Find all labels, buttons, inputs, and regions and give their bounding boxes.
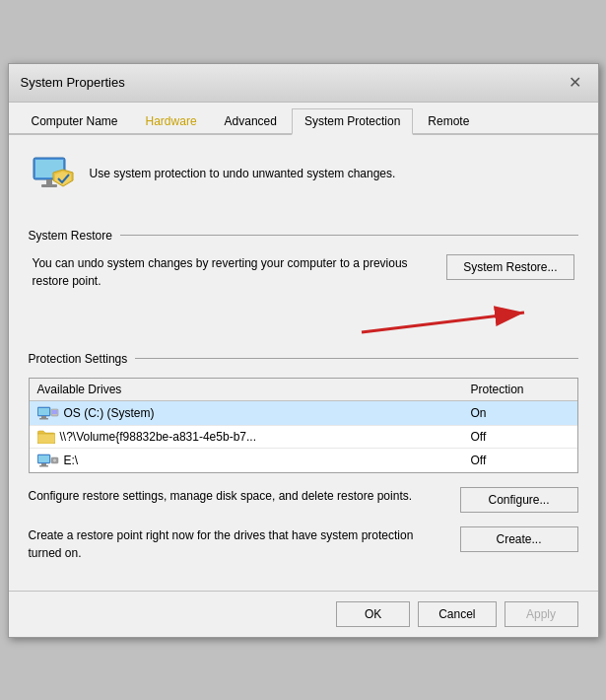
drive-volume-protection: Off — [471, 430, 570, 444]
info-banner: Use system protection to undo unwanted s… — [29, 150, 578, 211]
col-protection-header: Protection — [471, 383, 570, 396]
svg-rect-11 — [39, 418, 48, 420]
bottom-actions: Configure restore settings, manage disk … — [29, 487, 578, 562]
restore-area: You can undo system changes by reverting… — [29, 254, 578, 290]
svg-rect-3 — [41, 184, 57, 187]
system-properties-window: System Properties ✕ Computer Name Hardwa… — [8, 63, 599, 638]
protection-settings-label: Protection Settings — [29, 352, 128, 366]
drive-os-label: OS (C:) (System) — [64, 406, 155, 420]
apply-button[interactable]: Apply — [505, 601, 578, 627]
system-restore-button[interactable]: System Restore... — [446, 254, 573, 280]
arrow-area — [29, 298, 578, 342]
drives-table: Available Drives Protection OS (C:) (Sys… — [29, 378, 578, 473]
create-button[interactable]: Create... — [460, 526, 578, 552]
tab-advanced[interactable]: Advanced — [212, 108, 290, 133]
drive-volume-label: \\?\Volume{f98832be-a831-4e5b-b7... — [60, 430, 257, 444]
svg-rect-15 — [38, 455, 49, 462]
os-drive-icon — [37, 405, 59, 421]
configure-row: Configure restore settings, manage disk … — [29, 487, 578, 513]
system-restore-label: System Restore — [29, 229, 112, 243]
tab-system-protection[interactable]: System Protection — [292, 108, 413, 135]
folder-icon — [37, 430, 55, 444]
title-bar: System Properties ✕ — [9, 64, 598, 103]
create-description: Create a restore point right now for the… — [29, 526, 450, 562]
tab-remote[interactable]: Remote — [415, 108, 482, 133]
drive-name-os: OS (C:) (System) — [37, 405, 471, 421]
e-drive-icon — [37, 453, 59, 468]
info-description: Use system protection to undo unwanted s… — [90, 166, 396, 182]
cancel-button[interactable]: Cancel — [418, 601, 496, 627]
svg-rect-2 — [46, 179, 52, 184]
window-title: System Properties — [21, 75, 125, 90]
configure-description: Configure restore settings, manage disk … — [29, 487, 450, 505]
drive-e-protection: Off — [471, 454, 570, 467]
svg-line-7 — [362, 313, 524, 332]
table-row[interactable]: E:\ Off — [30, 449, 577, 472]
system-restore-header: System Restore — [29, 229, 578, 243]
table-row[interactable]: OS (C:) (System) On — [30, 401, 577, 426]
ok-button[interactable]: OK — [336, 601, 410, 627]
tab-computer-name[interactable]: Computer Name — [19, 108, 131, 133]
svg-rect-10 — [41, 416, 46, 418]
svg-rect-13 — [52, 410, 57, 414]
drive-name-e: E:\ — [37, 453, 471, 468]
section-divider-2 — [135, 358, 577, 359]
tab-content: Use system protection to undo unwanted s… — [9, 135, 598, 591]
create-row: Create a restore point right now for the… — [29, 526, 578, 562]
tabs-container: Computer Name Hardware Advanced System P… — [9, 103, 598, 135]
close-button[interactable]: ✕ — [565, 72, 586, 94]
svg-rect-16 — [41, 463, 46, 465]
svg-point-19 — [52, 458, 56, 462]
tab-hardware[interactable]: Hardware — [133, 108, 210, 133]
drives-table-header: Available Drives Protection — [30, 379, 577, 401]
drive-e-label: E:\ — [64, 454, 79, 467]
protection-settings-header: Protection Settings — [29, 352, 578, 366]
table-row[interactable]: \\?\Volume{f98832be-a831-4e5b-b7... Off — [30, 426, 577, 449]
svg-rect-17 — [39, 465, 48, 467]
section-divider — [120, 235, 578, 236]
footer: OK Cancel Apply — [9, 591, 598, 637]
col-drives-header: Available Drives — [37, 383, 471, 396]
restore-description: You can undo system changes by reverting… — [33, 254, 438, 290]
drive-name-volume: \\?\Volume{f98832be-a831-4e5b-b7... — [37, 430, 471, 444]
configure-button[interactable]: Configure... — [460, 487, 578, 513]
svg-rect-9 — [38, 408, 49, 415]
drive-os-protection: On — [471, 406, 570, 420]
red-arrow-icon — [352, 303, 549, 342]
system-protection-icon — [29, 150, 78, 199]
